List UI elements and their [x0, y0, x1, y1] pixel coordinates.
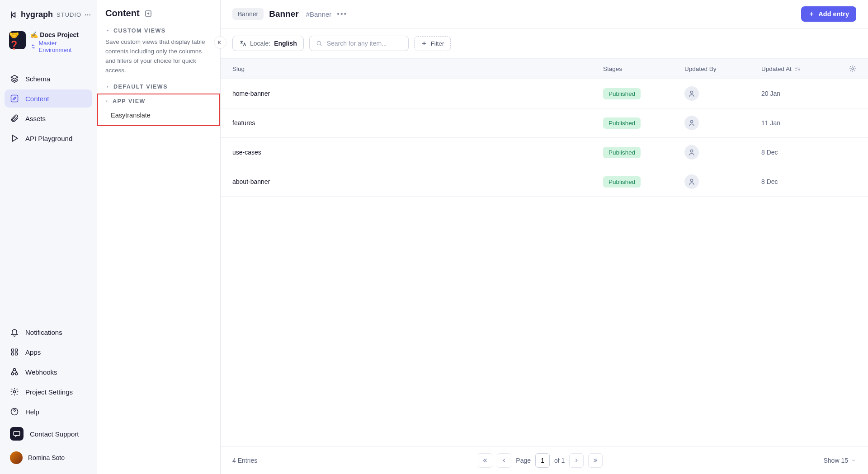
entries-table: Slug Stages Updated By Updated At home-b… [221, 58, 868, 446]
sidebar-bottom: NotificationsAppsWebhooksProject Setting… [0, 323, 97, 469]
sidebar-item-help[interactable]: Help [5, 403, 92, 421]
project-avatar: 🤝❓ [9, 31, 26, 49]
col-updated-by[interactable]: Updated By [684, 66, 761, 72]
svg-point-19 [690, 150, 693, 152]
svg-point-15 [317, 41, 321, 45]
stage-badge: Published [603, 147, 641, 158]
col-slug[interactable]: Slug [232, 66, 603, 72]
page-label: Page [516, 457, 531, 464]
brand-menu-button[interactable] [84, 11, 91, 19]
sidebar-item-webhooks[interactable]: Webhooks [5, 363, 92, 381]
user-menu[interactable]: Romina Soto [5, 447, 92, 469]
cell-updated-by [684, 145, 761, 160]
page-of: of 1 [554, 457, 565, 464]
sidebar-item-settings[interactable]: Project Settings [5, 383, 92, 401]
model-chip[interactable]: Banner [232, 8, 264, 20]
person-icon [684, 174, 699, 189]
collapse-panel-button[interactable] [214, 36, 226, 49]
cell-slug: features [232, 119, 603, 127]
app-view-header[interactable]: APP VIEW [104, 98, 213, 104]
cell-stage: Published [603, 88, 684, 99]
sidebar-item-apps[interactable]: Apps [5, 343, 92, 361]
sidebar-item-content[interactable]: Content [5, 89, 92, 108]
pagination: Page of 1 [478, 453, 603, 468]
svg-point-2 [90, 14, 90, 15]
brand-row: hygraph STUDIO [9, 10, 88, 19]
add-view-icon[interactable] [144, 9, 152, 18]
content-views-panel: Content CUSTOM VIEWS Save custom views t… [97, 0, 221, 474]
question-circle-icon [10, 407, 19, 416]
content-toolbar: Locale: English Filter [221, 28, 868, 58]
hygraph-logo-icon [9, 10, 18, 19]
svg-point-0 [85, 14, 86, 15]
sidebar-nav: SchemaContentAssetsAPI Playground [0, 70, 97, 147]
model-hash-id: #Banner [306, 10, 332, 18]
default-views-header[interactable]: DEFAULT VIEWS [105, 84, 212, 90]
add-entry-button[interactable]: Add entry [801, 6, 856, 22]
page-first-button[interactable] [478, 453, 492, 468]
panel-title: Content [105, 8, 140, 19]
project-title: ✍️ Docs Project [30, 31, 88, 38]
translate-icon [239, 40, 246, 47]
page-last-button[interactable] [588, 453, 603, 468]
table-row[interactable]: use-cases Published 8 Dec [221, 138, 868, 167]
bell-icon [10, 328, 19, 337]
model-actions-button[interactable]: ••• [337, 10, 347, 18]
user-avatar [10, 451, 23, 464]
sidebar-item-notifications[interactable]: Notifications [5, 323, 92, 341]
stage-badge: Published [603, 88, 641, 99]
search-icon [316, 40, 322, 47]
sidebar-item-apiplayground[interactable]: API Playground [5, 129, 92, 147]
webhooks-icon [10, 367, 19, 376]
page-next-button[interactable] [569, 453, 584, 468]
table-footer: 4 Entries Page of 1 Show 15 [221, 446, 868, 474]
table-header: Slug Stages Updated By Updated At [221, 58, 868, 79]
model-name: Banner [269, 9, 298, 19]
locale-value: English [274, 40, 297, 47]
table-row[interactable]: about-banner Published 8 Dec [221, 167, 868, 197]
col-stages[interactable]: Stages [603, 66, 684, 72]
chat-icon [10, 427, 24, 441]
cell-updated-by [684, 174, 761, 189]
app-view-item-easytranslate[interactable]: Easytranslate [104, 108, 213, 119]
sidebar-item-schema[interactable]: Schema [5, 70, 92, 88]
sidebar-item-support[interactable]: Contact Support [5, 422, 92, 445]
project-environment[interactable]: Master Environment [30, 40, 88, 53]
svg-rect-13 [14, 432, 20, 436]
filter-button[interactable]: Filter [414, 36, 451, 51]
page-size-selector[interactable]: Show 15 [824, 457, 856, 464]
cell-updated-at: 8 Dec [761, 149, 838, 156]
search-input[interactable] [327, 40, 402, 47]
svg-point-16 [852, 68, 854, 70]
edit-square-icon [10, 94, 19, 103]
cell-updated-by [684, 116, 761, 130]
svg-point-20 [690, 179, 693, 181]
col-updated-at[interactable]: Updated At [761, 66, 838, 72]
cell-updated-at: 11 Jan [761, 119, 838, 127]
person-icon [684, 116, 699, 130]
paperclip-icon [10, 114, 19, 123]
page-input[interactable] [535, 453, 550, 468]
cell-updated-at: 8 Dec [761, 178, 838, 185]
svg-rect-5 [15, 349, 18, 351]
svg-point-1 [87, 14, 88, 15]
cell-updated-by [684, 86, 761, 101]
brand-suffix: STUDIO [57, 11, 81, 18]
table-row[interactable]: features Published 11 Jan [221, 108, 868, 138]
cell-stage: Published [603, 147, 684, 158]
primary-sidebar: hygraph STUDIO 🤝❓ ✍️ Docs Project Master… [0, 0, 97, 474]
project-selector[interactable]: 🤝❓ ✍️ Docs Project Master Environment [5, 28, 91, 57]
cell-stage: Published [603, 176, 684, 188]
panel-title-row: Content [105, 8, 212, 19]
page-prev-button[interactable] [497, 453, 511, 468]
table-settings-button[interactable] [838, 65, 856, 72]
search-box[interactable] [309, 36, 409, 51]
custom-views-header[interactable]: CUSTOM VIEWS [105, 28, 212, 34]
sidebar-item-assets[interactable]: Assets [5, 109, 92, 127]
chevron-down-icon [851, 458, 856, 463]
custom-views-desc: Save custom views that display table con… [105, 38, 212, 75]
locale-selector[interactable]: Locale: English [232, 36, 304, 51]
sort-desc-icon [794, 66, 801, 72]
main-content: Banner Banner #Banner ••• Add entry Loca… [221, 0, 868, 474]
table-row[interactable]: home-banner Published 20 Jan [221, 79, 868, 108]
